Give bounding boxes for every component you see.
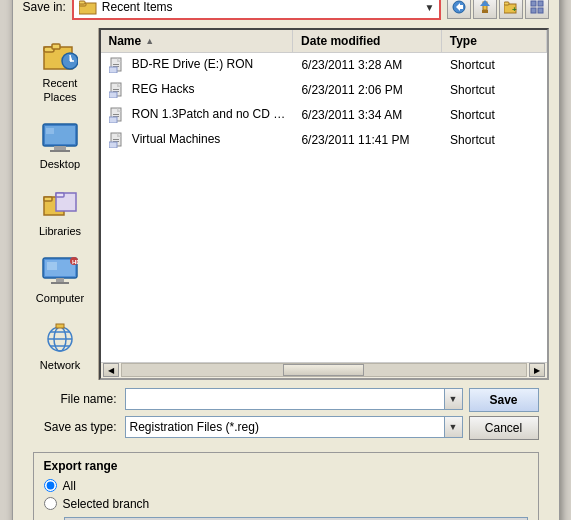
sidebar-item-desktop[interactable]: Desktop: [26, 113, 94, 178]
libraries-icon: [40, 187, 80, 223]
svg-rect-14: [482, 10, 488, 13]
cancel-button[interactable]: Cancel: [469, 416, 539, 440]
branch-input[interactable]: [64, 517, 528, 520]
file-list-body[interactable]: BD-RE Drive (E:) RON 6/23/2011 3:28 AM S…: [101, 53, 547, 361]
views-button[interactable]: [525, 0, 549, 19]
selected-branch-label: Selected branch: [63, 497, 150, 511]
save-in-folder-icon: [78, 0, 98, 17]
svg-rect-70: [109, 142, 117, 148]
all-radio-row: All: [44, 479, 528, 493]
svg-rect-60: [109, 92, 117, 98]
file-row[interactable]: Virtual Machines 6/23/2011 11:41 PM Shor…: [101, 128, 547, 153]
file-name-cell: REG Hacks: [101, 80, 294, 100]
sidebar-item-label-libraries: Libraries: [39, 225, 81, 238]
sidebar-item-label-recent-places: Recent Places: [31, 77, 89, 103]
file-date-cell: 6/23/2011 11:41 PM: [293, 131, 442, 149]
save-in-value: Recent Items: [102, 0, 173, 14]
horizontal-scrollbar[interactable]: ◀ ▶: [101, 362, 547, 378]
sidebar-item-computer[interactable]: HD Computer: [26, 247, 94, 312]
svg-rect-52: [113, 64, 119, 65]
sort-arrow-icon: ▲: [145, 36, 154, 46]
file-name-input[interactable]: ▼: [125, 388, 463, 410]
scroll-left-button[interactable]: ◀: [103, 363, 119, 377]
svg-rect-32: [46, 128, 54, 134]
svg-rect-11: [460, 5, 463, 9]
file-name-cell: BD-RE Drive (E:) RON: [101, 55, 294, 75]
desktop-icon: [40, 120, 80, 156]
sidebar-item-libraries[interactable]: Libraries: [26, 180, 94, 245]
file-row[interactable]: REG Hacks 6/23/2011 2:06 PM Shortcut: [101, 78, 547, 103]
svg-text:HD: HD: [72, 259, 78, 265]
sidebar-item-recent-places[interactable]: Recent Places: [26, 32, 94, 110]
sidebar-item-network[interactable]: Network: [26, 314, 94, 379]
svg-rect-63: [113, 114, 119, 115]
svg-rect-49: [56, 324, 64, 328]
file-type-cell: Shortcut: [442, 106, 546, 124]
scroll-track[interactable]: [121, 363, 527, 377]
file-icon: [109, 107, 125, 123]
file-type-cell: Shortcut: [442, 81, 546, 99]
svg-rect-30: [54, 146, 66, 150]
scroll-thumb[interactable]: [283, 364, 364, 376]
col-header-name[interactable]: Name ▲: [101, 30, 294, 52]
new-folder-button[interactable]: +: [499, 0, 523, 19]
col-header-date[interactable]: Date modified: [293, 30, 442, 52]
dialog-content: Save in: Recent Items ▼: [13, 0, 559, 520]
svg-rect-40: [51, 282, 69, 284]
sidebar-item-label-network: Network: [40, 359, 80, 372]
main-area: Recent Places Desktop: [23, 28, 549, 379]
selected-branch-radio-row: Selected branch: [44, 497, 528, 511]
file-date-cell: 6/23/2011 3:34 AM: [293, 106, 442, 124]
svg-rect-34: [44, 197, 52, 201]
svg-rect-19: [538, 1, 543, 6]
save-as-type-label: Save as type:: [33, 420, 117, 434]
selected-branch-radio[interactable]: [44, 497, 57, 510]
save-button[interactable]: Save: [469, 388, 539, 412]
bottom-section: File name: ▼ Save as type: Registration …: [23, 380, 549, 520]
svg-rect-16: [504, 2, 509, 5]
svg-rect-41: [47, 262, 57, 270]
save-as-type-dropdown[interactable]: Registration Files (*.reg) ▼: [125, 416, 463, 438]
computer-icon: HD: [40, 254, 80, 290]
file-name-cell: Virtual Machines: [101, 130, 294, 150]
svg-marker-13: [480, 0, 490, 6]
file-date-cell: 6/23/2011 3:28 AM: [293, 56, 442, 74]
recent-places-icon: [40, 39, 80, 75]
file-name-label: File name:: [33, 392, 117, 406]
file-name-value[interactable]: [126, 389, 444, 409]
all-radio-label: All: [63, 479, 76, 493]
back-button[interactable]: [447, 0, 471, 19]
file-row[interactable]: BD-RE Drive (E:) RON 6/23/2011 3:28 AM S…: [101, 53, 547, 78]
svg-rect-68: [113, 139, 119, 140]
scroll-right-button[interactable]: ▶: [529, 363, 545, 377]
svg-rect-21: [538, 8, 543, 13]
svg-text:+: +: [512, 5, 517, 14]
network-icon: [40, 321, 80, 357]
file-type-cell: Shortcut: [442, 131, 546, 149]
toolbar-buttons: +: [447, 0, 549, 19]
svg-rect-8: [79, 1, 85, 4]
sidebar: Recent Places Desktop: [23, 28, 99, 379]
file-list-area: Name ▲ Date modified Type: [99, 28, 549, 379]
save-in-dropdown[interactable]: Recent Items ▼: [72, 0, 441, 20]
svg-rect-39: [56, 278, 64, 282]
svg-rect-24: [52, 44, 60, 49]
all-radio[interactable]: [44, 479, 57, 492]
export-range-section: Export range All Selected branch: [33, 452, 539, 520]
file-name-cell: RON 1.3Patch and no CD Crack: [101, 105, 294, 125]
bottom-rows: File name: ▼ Save as type: Registration …: [33, 388, 539, 444]
up-button[interactable]: [473, 0, 497, 19]
file-icon: [109, 82, 125, 98]
export-range-title: Export range: [44, 459, 528, 473]
save-as-type-row: Save as type: Registration Files (*.reg)…: [33, 416, 463, 438]
file-type-cell: Shortcut: [442, 56, 546, 74]
file-icon: [109, 132, 125, 148]
file-name-dropdown-arrow[interactable]: ▼: [444, 389, 462, 409]
col-header-type[interactable]: Type: [442, 30, 547, 52]
file-name-row: File name: ▼: [33, 388, 463, 410]
file-row[interactable]: RON 1.3Patch and no CD Crack 6/23/2011 3…: [101, 103, 547, 128]
sidebar-item-label-computer: Computer: [36, 292, 84, 305]
save-as-type-arrow[interactable]: ▼: [444, 417, 462, 437]
svg-rect-58: [113, 89, 119, 90]
sidebar-item-label-desktop: Desktop: [40, 158, 80, 171]
